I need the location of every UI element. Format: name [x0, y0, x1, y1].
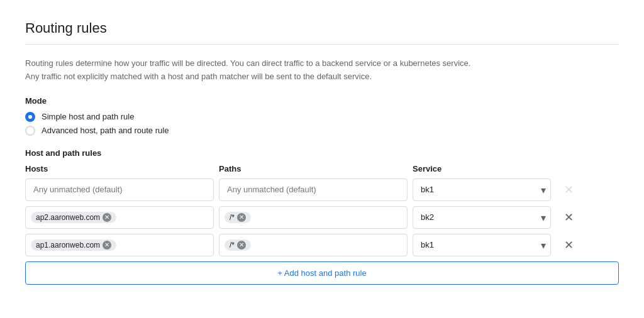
service-row2-wrap: bk1 bk2 ▾ — [413, 234, 551, 256]
service-row1-select[interactable]: bk1 bk2 — [413, 206, 551, 229]
path-chip-row1: /* ✕ — [225, 212, 251, 223]
mode-advanced-radio[interactable] — [25, 126, 35, 136]
path-chip-row2: /* ✕ — [225, 239, 251, 251]
chip-label: /* — [230, 213, 235, 222]
col-hosts: Hosts — [25, 164, 214, 173]
service-default-wrap: bk1 bk2 ▾ — [413, 178, 551, 201]
mode-section: Mode Simple host and path rule Advanced … — [25, 96, 619, 136]
host-chip-row1: ap2.aaronweb.com ✕ — [31, 212, 116, 223]
description: Routing rules determine how your traffic… — [25, 57, 619, 84]
mode-simple-option[interactable]: Simple host and path rule — [25, 112, 619, 122]
add-rule-label: + Add host and path rule — [277, 268, 366, 278]
chip-close-icon[interactable]: ✕ — [237, 241, 246, 249]
chip-close-icon[interactable]: ✕ — [103, 213, 111, 222]
host-path-section: Host and path rules Hosts Paths Service … — [25, 148, 619, 285]
paths-default-input[interactable] — [219, 178, 408, 201]
table-header: Hosts Paths Service — [25, 164, 619, 173]
hosts-default-input[interactable] — [25, 178, 214, 201]
close-icon: ✕ — [564, 211, 574, 224]
section-divider — [25, 44, 619, 45]
delete-row-default-button: ✕ — [556, 180, 581, 199]
hosts-row2-input[interactable]: ap1.aaronweb.com ✕ — [25, 234, 214, 256]
mode-simple-radio[interactable] — [25, 112, 35, 122]
hosts-default-input-wrap — [25, 178, 214, 201]
add-host-path-rule-button[interactable]: + Add host and path rule — [25, 261, 619, 285]
service-default-select[interactable]: bk1 bk2 — [413, 178, 551, 201]
close-icon: ✕ — [564, 183, 574, 197]
delete-row2-button[interactable]: ✕ — [556, 236, 581, 255]
col-paths: Paths — [219, 164, 408, 173]
mode-label: Mode — [25, 96, 619, 106]
paths-row2-input[interactable]: /* ✕ — [219, 234, 408, 256]
host-path-label: Host and path rules — [25, 148, 619, 158]
paths-default-input-wrap — [219, 178, 408, 201]
chip-close-icon[interactable]: ✕ — [103, 241, 111, 249]
mode-advanced-label: Advanced host, path and route rule — [42, 126, 169, 135]
service-row1-wrap: bk1 bk2 ▾ — [413, 206, 551, 229]
hosts-row1-input[interactable]: ap2.aaronweb.com ✕ — [25, 206, 214, 229]
delete-row1-button[interactable]: ✕ — [556, 208, 581, 227]
mode-simple-label: Simple host and path rule — [42, 112, 134, 121]
paths-row1-input[interactable]: /* ✕ — [219, 206, 408, 229]
table-row: bk1 bk2 ▾ ✕ — [25, 178, 619, 201]
table-row: ap2.aaronweb.com ✕ /* ✕ bk1 bk2 ▾ ✕ — [25, 206, 619, 229]
service-row2-select[interactable]: bk1 bk2 — [413, 234, 551, 256]
chip-close-icon[interactable]: ✕ — [237, 213, 246, 222]
col-service: Service — [413, 164, 551, 173]
host-chip-row2: ap1.aaronweb.com ✕ — [31, 239, 116, 251]
table-row: ap1.aaronweb.com ✕ /* ✕ bk1 bk2 ▾ ✕ — [25, 234, 619, 256]
chip-label: ap1.aaronweb.com — [36, 241, 100, 249]
chip-label: ap2.aaronweb.com — [36, 213, 100, 222]
page-title: Routing rules — [25, 20, 619, 36]
close-icon: ✕ — [564, 238, 574, 252]
chip-label: /* — [230, 241, 235, 249]
mode-advanced-option[interactable]: Advanced host, path and route rule — [25, 126, 619, 136]
